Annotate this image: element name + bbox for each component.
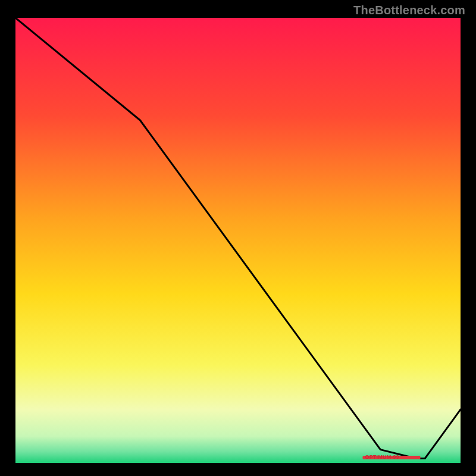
chart-svg: [15, 18, 461, 463]
watermark-text: TheBottleneck.com: [353, 4, 465, 17]
chart-background: [15, 18, 461, 463]
plot-area: [15, 18, 461, 463]
chart-frame: TheBottleneck.com OPTIMUM-99: [0, 0, 476, 476]
optimum-marker: [362, 456, 420, 459]
